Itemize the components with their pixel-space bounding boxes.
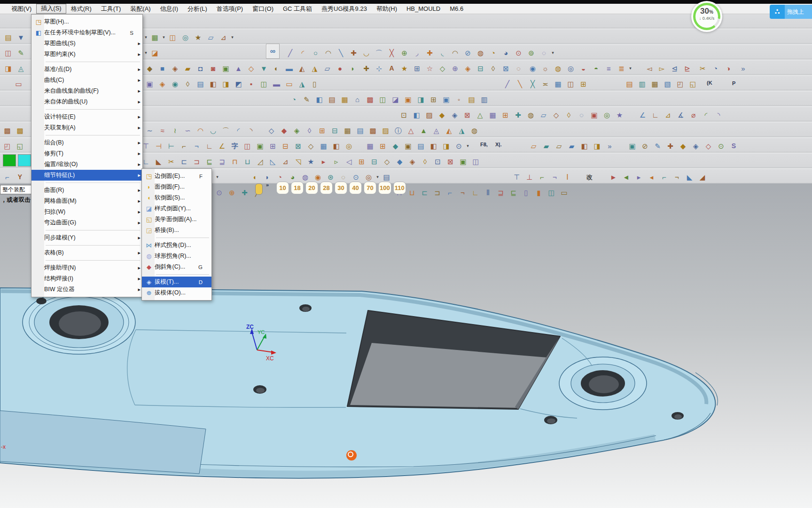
toolbar-icon[interactable]: » [603,140,616,152]
toolbar-icon[interactable]: ■ [156,62,169,75]
toolbar-icon[interactable]: ◰ [674,78,687,90]
toolbar-icon[interactable]: ◁ [343,155,355,168]
toolbar-icon[interactable]: ∟ [649,109,662,121]
toolbar-icon[interactable]: ◧ [427,140,440,152]
quick-number-button-20[interactable]: 20 [305,182,318,194]
toolbar-icon[interactable]: ◢ [696,171,709,183]
toolbar-icon[interactable]: ≡ [602,62,615,75]
toolbar-icon[interactable]: ► [607,171,620,183]
toolbar-label[interactable]: 改 [586,173,593,182]
menubar-item[interactable]: 帮助(H) [372,4,402,14]
toolbar-icon[interactable]: ◈ [461,62,474,75]
toolbar-icon[interactable]: ▣ [254,140,266,152]
toolbar-icon[interactable]: Y [14,171,26,183]
toolbar-icon[interactable]: ⊚ [525,47,538,59]
toolbar-icon[interactable]: ∼ [143,124,156,137]
toolbar-icon[interactable]: ◍ [552,62,564,75]
toolbar-icon[interactable]: ≍ [539,78,552,90]
toolbar-icon[interactable]: ⊒ [216,155,228,168]
toolbar-icon[interactable]: ◣ [152,155,165,168]
menu-item[interactable]: ◳草图(H)... [31,16,142,27]
toolbar-icon[interactable]: ★ [304,155,317,168]
menubar-item[interactable]: 燕秀UG模具9.23 [317,4,372,14]
toolbar-icon[interactable]: ◅ [643,62,656,75]
toolbar-icon[interactable]: ▸ [632,171,645,183]
toolbar-icon[interactable]: ⊙ [453,140,465,152]
menu-item[interactable]: 设计特征(E)▸ [31,111,142,122]
menu-item[interactable]: 表格(B)▸ [31,247,142,258]
toolbar-icon[interactable]: ◈ [169,62,181,75]
toolbar-icon[interactable]: ▦ [648,78,661,90]
toolbar-icon[interactable]: ⊘ [461,47,474,59]
menu-item[interactable]: 组合(B)▸ [31,137,142,148]
toolbar-icon[interactable]: ⌐ [1,171,14,183]
menu-item[interactable]: ◈拔模(T)...D [142,277,211,287]
toolbar-label[interactable]: X|. [495,142,501,147]
toolbar-icon[interactable]: ⊔ [406,186,418,199]
toolbar-icon[interactable]: ⌂ [351,93,364,106]
toolbar-icon[interactable]: ● [334,62,346,75]
toolbar-icon[interactable]: ◱ [14,140,26,152]
toolbar-icon[interactable]: ▲ [232,62,245,75]
toolbar-icon[interactable]: ▩ [364,93,376,106]
toolbar-icon[interactable]: ▦ [486,109,499,121]
toolbar-icon[interactable]: ◈ [448,109,461,121]
toolbar-icon[interactable]: ▤ [194,78,207,90]
toolbar-icon[interactable]: ▾ [161,31,166,44]
toolbar-icon[interactable]: ╱ [501,78,514,90]
toolbar-icon[interactable]: ⊕ [226,186,238,199]
toolbar-icon[interactable]: ✂ [165,155,178,168]
toolbar-icon[interactable]: ▭ [283,78,296,90]
toolbar-icon[interactable]: ◆ [278,124,290,137]
toolbar-icon[interactable]: ◄ [620,171,632,183]
upload-badge[interactable]: ∴ 拖拽上 [770,5,812,19]
toolbar-icon[interactable]: ▦ [552,78,564,90]
quick-number-button-28[interactable]: 28 [320,182,333,194]
toolbar-icon[interactable]: ╲ [335,47,347,59]
toolbar-icon[interactable]: ◡ [360,47,373,59]
toolbar-icon[interactable]: ✎ [15,47,27,59]
toolbar-icon[interactable]: ▭ [558,186,570,199]
toolbar-icon[interactable]: ◠ [322,47,335,59]
toolbar-icon[interactable]: ✚ [664,140,677,152]
toolbar-icon[interactable]: ◇ [304,140,317,152]
toolbar-icon[interactable]: ▣ [402,93,414,106]
toolbar-icon[interactable]: ▩ [14,124,26,137]
toolbar-icon[interactable]: ⊠ [500,62,512,75]
toolbar-icon[interactable]: ⊕ [449,62,461,75]
toolbar-icon[interactable]: ▼ [258,62,270,75]
toolbar-icon[interactable]: ◆ [389,140,402,152]
toolbar-icon[interactable]: ★ [398,62,411,75]
toolbar-icon[interactable]: ⊢ [165,140,178,152]
toolbar-icon[interactable]: ⊞ [316,124,328,137]
toolbar-icon[interactable]: ⊞ [411,62,423,75]
toolbar-icon[interactable]: ▰ [540,140,553,152]
toolbar-icon[interactable]: ◖ [248,171,261,183]
toolbar-icon[interactable]: ▧ [661,78,674,90]
menu-item[interactable]: 草图曲线(S)▸ [31,38,142,49]
toolbar-icon[interactable]: ✚ [423,47,436,59]
toolbar-icon[interactable]: ◠ [194,124,207,137]
toolbar-icon[interactable]: ¬ [190,140,203,152]
toolbar-icon[interactable]: ⊟ [279,140,292,152]
toolbar-icon[interactable]: S [727,140,740,152]
toolbar-icon[interactable]: ⊞ [355,155,368,168]
toolbar-icon[interactable]: Ⅰ [561,171,574,183]
toolbar-icon[interactable]: ⌐ [536,171,548,183]
toolbar-icon[interactable]: ◦ [453,93,465,106]
toolbar-icon[interactable]: ☼ [539,62,552,75]
menubar-item[interactable]: HB_MOULD [402,4,445,14]
toolbar-icon[interactable]: ◇ [702,140,715,152]
toolbar-icon[interactable]: ▣ [402,140,414,152]
toolbar-icon[interactable]: ▸ [317,155,330,168]
toolbar-icon[interactable]: ▦ [341,124,354,137]
toolbar-icon[interactable]: ⊐ [190,155,203,168]
quick-number-button-70[interactable]: 70 [364,182,376,194]
menu-item[interactable]: ◱美学面倒圆(A)... [142,214,211,225]
toolbar-icon[interactable]: ◗ [261,171,273,183]
toolbar-icon[interactable]: △ [405,124,417,137]
toolbar-icon[interactable]: ◹ [292,155,304,168]
toolbar-icon[interactable]: ◈ [406,155,419,168]
toolbar-icon[interactable]: ▦ [364,140,376,152]
toolbar-icon[interactable]: ◧ [313,93,326,106]
